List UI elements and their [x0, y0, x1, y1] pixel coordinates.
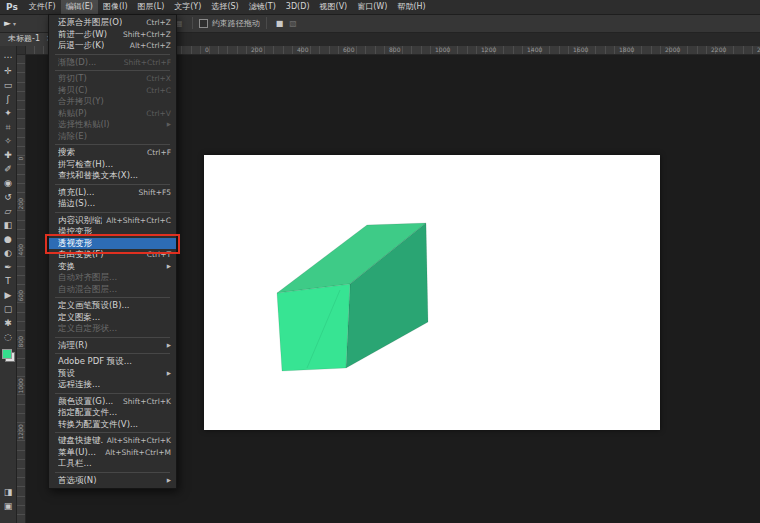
- edit-menu-item-step-forward[interactable]: 前进一步(W)Shift+Ctrl+Z: [49, 29, 176, 41]
- menubar-item-window[interactable]: 窗口(W): [352, 0, 392, 14]
- edit-menu-item-assign-profile[interactable]: 指定配置文件...: [49, 407, 176, 419]
- edit-menu-item-define-pattern[interactable]: 定义图案...: [49, 312, 176, 324]
- menu-item-label: 前进一步(W): [58, 29, 107, 41]
- zoom-tool-icon[interactable]: ◌: [0, 330, 17, 344]
- hand-tool-icon[interactable]: ✱: [0, 316, 17, 330]
- constrain-path-checkbox[interactable]: [199, 19, 208, 28]
- edit-menu-item-puppet-warp[interactable]: 操控变形: [49, 226, 176, 238]
- menu-item-label: Adobe PDF 预设...: [58, 356, 132, 368]
- menu-item-shortcut: Ctrl+F: [147, 147, 171, 159]
- menu-separator: [55, 70, 170, 71]
- brush-tool-icon[interactable]: ✐: [0, 162, 17, 176]
- menu-item-label: 首选项(N): [58, 475, 97, 487]
- blur-tool-icon[interactable]: ●: [0, 232, 17, 246]
- edit-menu-item-menus[interactable]: 菜单(U)...Alt+Shift+Ctrl+M: [49, 447, 176, 459]
- ruler-label: 200: [251, 46, 262, 53]
- menu-item-label: 清理(R): [58, 340, 88, 352]
- edit-menu-item-transform[interactable]: 变换▶: [49, 261, 176, 273]
- edit-menu-item-copy-merged: 合并拷贝(Y): [49, 96, 176, 108]
- menubar-item-help[interactable]: 帮助(H): [392, 0, 430, 14]
- history-brush-tool-icon[interactable]: ↺: [0, 190, 17, 204]
- edit-menu-item-content-aware-scale[interactable]: 内容识别缩放Alt+Shift+Ctrl+C: [49, 215, 176, 227]
- edit-menu-item-remote-connections[interactable]: 远程连接...: [49, 379, 176, 391]
- edit-menu-item-define-brush-preset[interactable]: 定义画笔预设(B)...: [49, 300, 176, 312]
- edit-menu-item-stroke[interactable]: 描边(S)...: [49, 198, 176, 210]
- menubar-item-layer[interactable]: 图层(L): [133, 0, 170, 14]
- edit-menu-item-undo[interactable]: 还原合并图层(O)Ctrl+Z: [49, 17, 176, 29]
- ruler-label: 600: [343, 46, 354, 53]
- edit-menu-item-step-backward[interactable]: 后退一步(K)Alt+Ctrl+Z: [49, 40, 176, 52]
- quick-selection-tool-icon[interactable]: ✦: [0, 106, 17, 120]
- path-select-tool-icon[interactable]: ▶: [0, 288, 17, 302]
- options-separator: [192, 17, 193, 29]
- menu-separator: [55, 297, 170, 298]
- edit-menu-item-perspective-warp[interactable]: 透视变形: [49, 238, 176, 250]
- ruler-label: 2000: [665, 46, 680, 53]
- edit-menu-item-presets[interactable]: 预设▶: [49, 368, 176, 380]
- menubar-item-image[interactable]: 图像(I): [98, 0, 133, 14]
- edit-menu-item-color-settings[interactable]: 颜色设置(G)...Shift+Ctrl+K: [49, 396, 176, 408]
- menubar-item-select[interactable]: 选择(S): [206, 0, 243, 14]
- menubar-item-type[interactable]: 文字(Y): [169, 0, 206, 14]
- constrain-path-label[interactable]: 约束路径拖动: [212, 18, 260, 29]
- eyedropper-tool-icon[interactable]: ✧: [0, 134, 17, 148]
- edit-menu-item-paste-special: 选择性粘贴(I)▶: [49, 119, 176, 131]
- edit-menu-item-find-replace[interactable]: 查找和替换文本(X)...: [49, 170, 176, 182]
- menubar-item-file[interactable]: 文件(F): [24, 0, 61, 14]
- fill-pixels-icon[interactable]: ■: [276, 19, 284, 28]
- menu-item-label: 拼写检查(H)...: [58, 159, 113, 171]
- healing-brush-tool-icon[interactable]: ✚: [0, 148, 17, 162]
- move-tool-icon[interactable]: ✛: [0, 64, 17, 78]
- edit-menu-item-define-custom-shape: 定义自定形状...: [49, 323, 176, 335]
- menubar-item-view[interactable]: 视图(V): [315, 0, 353, 14]
- menubar-item-3d[interactable]: 3D(D): [281, 0, 315, 14]
- pen-tool-icon[interactable]: ✒: [0, 260, 17, 274]
- screen-mode-icon[interactable]: ▣: [0, 499, 17, 513]
- canvas[interactable]: [204, 155, 660, 430]
- menu-item-shortcut: Ctrl+V: [146, 108, 171, 120]
- foreground-color-swatch[interactable]: [2, 349, 12, 359]
- edit-menu-item-check-spelling[interactable]: 拼写检查(H)...: [49, 159, 176, 171]
- edit-menu-item-auto-align-layers: 自动对齐图层...: [49, 272, 176, 284]
- eraser-tool-icon[interactable]: ▱: [0, 204, 17, 218]
- menu-item-label: 菜单(U)...: [58, 447, 96, 459]
- edit-menu-item-clear: 清除(E): [49, 131, 176, 143]
- quick-mask-icon[interactable]: ◨: [0, 485, 17, 499]
- chevron-down-icon[interactable]: ▾: [13, 20, 16, 27]
- ruler-label: 0: [205, 46, 209, 53]
- edit-menu-item-preferences[interactable]: 首选项(N)▶: [49, 475, 176, 487]
- menu-item-shortcut: Shift+Ctrl+F: [124, 57, 171, 69]
- color-swatches: [2, 349, 15, 362]
- edit-menu-item-adobe-pdf-presets[interactable]: Adobe PDF 预设...: [49, 356, 176, 368]
- ruler-label: 2200: [711, 46, 726, 53]
- marquee-tool-icon[interactable]: ▭: [0, 78, 17, 92]
- gradient-tool-icon[interactable]: ◧: [0, 218, 17, 232]
- menubar-item-edit[interactable]: 编辑(E): [61, 0, 98, 14]
- edit-menu-item-purge[interactable]: 清理(R)▶: [49, 340, 176, 352]
- edit-menu-item-convert-to-profile[interactable]: 转换为配置文件(V)...: [49, 419, 176, 431]
- menu-item-label: 定义图案...: [58, 312, 100, 324]
- tools-bottom: ◨▣: [0, 485, 17, 513]
- menubar-items: 文件(F)编辑(E)图像(I)图层(L)文字(Y)选择(S)滤镜(T)3D(D)…: [24, 0, 431, 14]
- menu-item-label: 清除(E): [58, 131, 87, 143]
- edit-menu-item-fill[interactable]: 填充(L)...Shift+F5: [49, 187, 176, 199]
- crop-tool-icon[interactable]: ⌗: [0, 120, 17, 134]
- move-tool-option-icon[interactable]: ►: [4, 18, 11, 28]
- lasso-tool-icon[interactable]: ʃ: [0, 92, 17, 106]
- blend-mode-icon[interactable]: ▧: [289, 19, 297, 28]
- menu-item-label: 填充(L)...: [58, 187, 94, 199]
- menubar-item-filter[interactable]: 滤镜(T): [244, 0, 281, 14]
- ruler-label: 400: [17, 246, 24, 256]
- dodge-tool-icon[interactable]: ◐: [0, 246, 17, 260]
- edit-toolbar-icon[interactable]: ⋯: [0, 50, 17, 64]
- menu-item-shortcut: Ctrl+Z: [146, 17, 171, 29]
- ruler-label: 1000: [17, 384, 24, 394]
- edit-menu-item-search[interactable]: 搜索Ctrl+F: [49, 147, 176, 159]
- shape-tool-icon[interactable]: ▢: [0, 302, 17, 316]
- edit-menu-item-toolbar-item[interactable]: 工具栏...: [49, 458, 176, 470]
- clone-stamp-tool-icon[interactable]: ◉: [0, 176, 17, 190]
- type-tool-icon[interactable]: T: [0, 274, 17, 288]
- menu-item-label: 透视变形: [58, 238, 92, 250]
- edit-menu-item-free-transform[interactable]: 自由变换(F)Ctrl+T: [49, 249, 176, 261]
- edit-menu-item-keyboard-shortcuts[interactable]: 键盘快捷键...Alt+Shift+Ctrl+K: [49, 435, 176, 447]
